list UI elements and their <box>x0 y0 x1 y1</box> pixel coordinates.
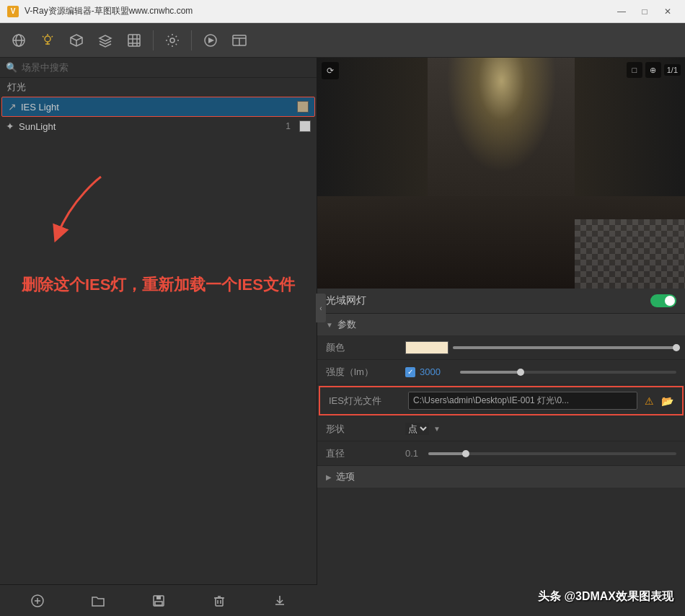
svg-line-6 <box>43 36 44 38</box>
toggle-knob <box>665 296 675 306</box>
svg-rect-8 <box>128 35 140 46</box>
ies-light-color <box>297 101 309 113</box>
color-label: 颜色 <box>326 341 405 354</box>
main-toolbar <box>0 23 685 58</box>
ies-label: IES灯光文件 <box>329 395 408 408</box>
sun-light-name: SunLight <box>19 121 281 132</box>
toolbar-layers-icon[interactable] <box>92 27 118 53</box>
intensity-slider[interactable] <box>460 371 676 374</box>
svg-point-13 <box>170 38 174 43</box>
color-row: 颜色 <box>317 335 685 360</box>
toolbar-light-icon[interactable] <box>35 27 61 53</box>
add-light-button[interactable] <box>26 589 49 612</box>
intensity-checkbox[interactable]: ✓ <box>405 367 415 377</box>
toolbar-render-icon[interactable] <box>198 27 224 53</box>
app-title: V-Ray资源编辑器-草图联盟www.cnwhc.com <box>25 5 193 17</box>
ies-warning-icon: ⚠ <box>645 395 654 407</box>
shape-value: 点 ▼ <box>405 423 676 435</box>
maximize-button[interactable]: □ <box>635 4 655 19</box>
toolbar-texture-icon[interactable] <box>121 27 147 53</box>
annotation-text: 删除这个IES灯，重新加载一个IES文件 <box>22 274 295 296</box>
open-folder-button[interactable] <box>87 589 110 612</box>
diameter-row: 直径 0.1 <box>317 441 685 466</box>
lights-section-label: 灯光 <box>0 78 317 97</box>
ies-light-name: IES Light <box>21 102 284 113</box>
shape-dropdown[interactable]: 点 <box>405 423 429 435</box>
params-section-label: 参数 <box>337 318 356 331</box>
diameter-value: 0.1 <box>405 448 676 459</box>
sun-light-color <box>299 120 311 132</box>
left-panel: 🔍 灯光 ↗ IES Light ✦ SunLight 1 <box>0 58 317 616</box>
collapse-arrow-params: ▼ <box>326 321 333 329</box>
panel-collapse-button[interactable]: ‹ <box>316 294 326 322</box>
search-input[interactable] <box>22 62 311 73</box>
preview-area: ⟳ □ ⊕ 1/1 <box>317 58 685 289</box>
window-controls: — □ ✕ <box>611 4 678 19</box>
sun-light-num: 1 <box>286 121 291 131</box>
svg-rect-24 <box>216 598 223 606</box>
light-item-ies[interactable]: ↗ IES Light <box>1 97 315 117</box>
bottom-toolbar <box>0 584 317 616</box>
ies-file-row: IES灯光文件 C:\Users\admin\Desktop\IE-001 灯光… <box>319 386 684 415</box>
preview-fraction: 1/1 <box>664 64 681 76</box>
params-section-header[interactable]: ▼ 参数 <box>317 314 685 335</box>
search-bar: 🔍 <box>0 58 317 78</box>
right-panel: ⟳ □ ⊕ 1/1 光域网灯 ▼ 参数 <box>317 58 685 616</box>
titlebar-left: V V-Ray资源编辑器-草图联盟www.cnwhc.com <box>7 5 193 17</box>
diameter-val-text: 0.1 <box>405 448 418 459</box>
toolbar-object-icon[interactable] <box>63 27 89 53</box>
options-section-header[interactable]: ▶ 选项 <box>317 466 685 488</box>
options-collapse-arrow: ▶ <box>326 473 332 481</box>
render-preview <box>317 58 685 289</box>
svg-line-5 <box>52 36 53 38</box>
close-button[interactable]: ✕ <box>658 4 678 19</box>
minimize-button[interactable]: — <box>611 4 632 19</box>
diameter-label: 直径 <box>326 447 405 460</box>
shape-label: 形状 <box>326 423 405 436</box>
ies-folder-icon[interactable]: 📂 <box>661 395 673 407</box>
sun-light-icon: ✦ <box>6 120 14 132</box>
color-swatch[interactable] <box>405 341 448 354</box>
delete-button[interactable] <box>208 589 231 612</box>
toolbar-separator-2 <box>191 30 192 50</box>
main-content: 🔍 灯光 ↗ IES Light ✦ SunLight 1 <box>0 58 685 616</box>
ies-value: C:\Users\admin\Desktop\IE-001 灯光\0... ⚠ … <box>408 392 673 410</box>
svg-point-3 <box>45 36 50 42</box>
toolbar-separator-1 <box>153 30 154 50</box>
shape-row: 形状 点 ▼ <box>317 417 685 441</box>
props-header: 光域网灯 <box>317 289 685 314</box>
light-item-sun[interactable]: ✦ SunLight 1 <box>0 117 317 136</box>
color-value <box>405 341 676 354</box>
checkbox-check-icon: ✓ <box>407 368 413 376</box>
preview-expand-button[interactable]: □ <box>627 62 642 78</box>
preview-controls: ⟳ <box>322 62 339 79</box>
preview-top-right: □ ⊕ 1/1 <box>627 62 681 78</box>
titlebar: V V-Ray资源编辑器-草图联盟www.cnwhc.com — □ ✕ <box>0 0 685 23</box>
ies-path-box[interactable]: C:\Users\admin\Desktop\IE-001 灯光\0... <box>408 392 637 410</box>
preview-plus-button[interactable]: ⊕ <box>645 62 661 78</box>
intensity-value: ✓ <box>405 366 676 377</box>
options-section-label: 选项 <box>336 470 355 483</box>
properties-panel: 光域网灯 ▼ 参数 颜色 <box>317 289 685 616</box>
ies-path-text: C:\Users\admin\Desktop\IE-001 灯光\0... <box>413 395 569 407</box>
intensity-input[interactable] <box>420 366 456 377</box>
intensity-label: 强度（lm） <box>326 366 405 379</box>
enable-toggle[interactable] <box>650 294 676 307</box>
toolbar-window-icon[interactable] <box>226 27 252 53</box>
toolbar-settings-icon[interactable] <box>159 27 185 53</box>
intensity-row: 强度（lm） ✓ <box>317 360 685 384</box>
save-button[interactable] <box>147 589 170 612</box>
shape-dropdown-arrow: ▼ <box>433 425 441 433</box>
color-slider[interactable] <box>453 346 676 349</box>
search-icon: 🔍 <box>6 62 17 73</box>
ies-light-icon: ↗ <box>8 101 17 113</box>
import-button[interactable] <box>268 589 291 612</box>
svg-rect-23 <box>155 602 162 605</box>
diameter-slider[interactable] <box>428 452 676 455</box>
preview-refresh-button[interactable]: ⟳ <box>322 62 339 79</box>
svg-rect-22 <box>156 596 161 599</box>
scene-checker <box>575 219 685 289</box>
scene-light-spot <box>446 58 557 173</box>
app-icon: V <box>7 6 19 17</box>
toolbar-sphere-icon[interactable] <box>6 27 32 53</box>
